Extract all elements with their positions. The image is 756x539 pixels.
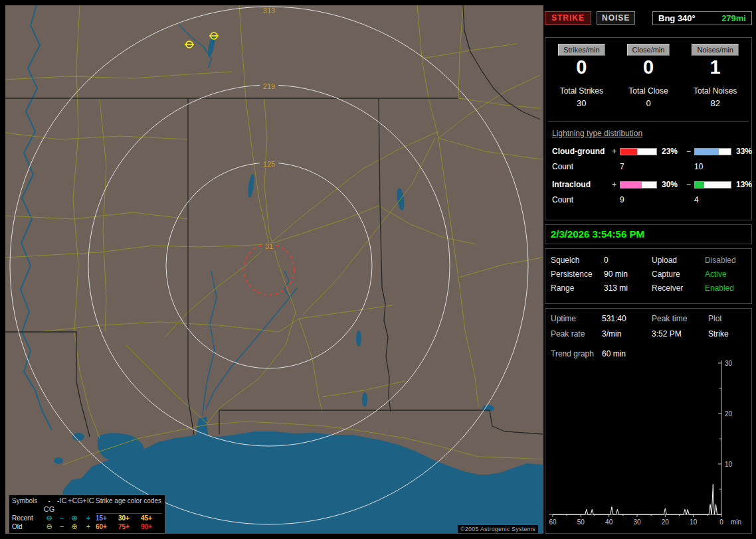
datetime-panel: 2/3/2026 3:54:56 PM [545,224,752,244]
legend-row-recent-label: Recent [12,514,43,522]
lake [356,331,361,346]
peak-time-label: Peak time [652,314,708,324]
svg-text:30: 30 [725,360,733,367]
trend-graph-row: Trend graph 60 min [551,349,746,358]
total-noises-label: Total Noises [682,86,749,96]
cg-minus-bar [694,148,731,155]
ring-label-text: 313 [263,7,275,15]
range-value: 313 mi [604,281,652,295]
cg-plus-percent: 23% [658,147,686,156]
ic-plus-percent: 30% [658,180,686,189]
intracloud-row: Intracloud + 30% − 13% [552,180,745,189]
statistics-panel: Strikes/min Close/min Noises/min 0 0 1 T… [545,37,752,220]
ic-plus-bar-fill [620,182,642,188]
settings-row: Squelch 0 Upload Disabled [551,254,746,268]
legend-col-neg-cg: -CG [43,497,56,514]
cg-minus-percent: 33% [733,147,752,156]
legend-row-old-label: Old [12,522,43,531]
lightning-distribution-section: Lightning type distribution Cloud-ground… [548,121,749,204]
upload-status: Disabled [705,254,746,268]
cloud-ground-row: Cloud-ground + 23% − 33% [552,147,745,156]
minus-sign: − [686,180,694,189]
trend-graph: 3020106050403020100min [547,358,749,530]
age-code-60: 60+ [96,522,118,531]
rate-col-noises: Noises/min [682,43,749,56]
neg-ic-recent-icon: − [56,514,68,522]
settings-row: Persistence 90 min Capture Active [551,268,746,281]
legend-col-neg-ic: -IC [56,497,68,514]
ring-label: 125 [260,160,278,168]
svg-text:30: 30 [633,518,641,526]
upload-label: Upload [652,254,705,268]
squelch-value: 0 [604,254,652,268]
peak-time-value: 3:52 PM [652,329,708,339]
minus-sign: − [686,147,694,156]
bearing-range: 279mi [721,13,746,23]
plus-sign: + [612,180,620,189]
receiver-label: Receiver [652,281,705,295]
svg-text:20: 20 [662,518,670,526]
range-label: Range [551,281,604,295]
close-per-min-label[interactable]: Close/min [627,44,670,56]
cg-minus-bar-fill [695,149,719,155]
map-area[interactable]: 313 219 125 31 Sy [5,5,543,534]
map-legend: Symbols -CG -IC +CG +IC Strike age color… [9,495,165,534]
strike-mode-button[interactable]: STRIKE [545,11,591,25]
count-label: Count [552,162,612,171]
cloud-ground-count-row: Count 7 10 [552,162,745,171]
copyright-text: ©2005 Astrogenic Systems [458,525,538,533]
intracloud-count-row: Count 9 4 [552,195,745,204]
svg-text:min: min [731,518,741,526]
ic-plus-count: 9 [620,195,658,204]
ring-label-text: 125 [263,160,275,168]
total-noises-value: 82 [682,98,749,108]
plot-label: Plot [708,314,746,324]
bearing-label: Bng 340° [658,13,696,23]
neg-cg-recent-icon: ⊖ [43,514,56,522]
status-trend-panel: Uptime 531:40 Peak time Plot Peak rate 3… [545,308,752,534]
legend-age-header: Strike age color codes [96,497,162,514]
lightning-distribution-header: Lightning type distribution [552,129,745,138]
pos-cg-recent-icon: ⊕ [68,514,81,522]
svg-text:10: 10 [725,461,733,468]
age-code-75: 75+ [118,522,141,531]
current-datetime: 2/3/2026 3:54:56 PM [551,228,644,240]
noises-per-min-value: 1 [682,58,749,77]
trend-window-value: 60 min [602,349,746,358]
persistence-value: 90 min [604,268,652,281]
total-strikes-label: Total Strikes [548,86,615,96]
cg-plus-count: 7 [620,162,658,171]
strikes-per-min-label[interactable]: Strikes/min [558,44,605,56]
noise-mode-button[interactable]: NOISE [597,11,635,25]
neg-ic-old-icon: − [56,522,68,531]
count-label: Count [552,195,612,204]
uptime-label: Uptime [551,314,602,324]
noises-per-min-label[interactable]: Noises/min [692,44,738,56]
ring-label: 219 [260,82,278,90]
receiver-status: Enabled [705,281,746,295]
pos-ic-old-icon: + [81,522,96,531]
ic-minus-percent: 13% [733,180,752,189]
legend-col-pos-ic: +IC [81,497,96,514]
squelch-label: Squelch [551,254,604,268]
intracloud-label: Intracloud [552,180,612,189]
ring-label-text: 219 [263,82,275,90]
settings-panel: Squelch 0 Upload Disabled Persistence 90… [545,248,752,304]
capture-status: Active [705,268,746,281]
status-grid: Uptime 531:40 Peak time Plot Peak rate 3… [551,314,746,339]
ring-label-text: 31 [265,242,273,250]
settings-row: Range 313 mi Receiver Enabled [551,281,746,295]
svg-text:60: 60 [549,518,557,526]
svg-text:20: 20 [725,410,733,418]
close-per-min-value: 0 [615,58,682,77]
strikes-per-min-value: 0 [548,58,615,77]
top-controls: STRIKE NOISE Bng 340° 279mi [545,9,752,27]
age-code-30: 30+ [118,514,141,522]
age-code-45: 45+ [141,514,162,522]
age-code-90: 90+ [141,522,162,531]
persistence-label: Persistence [551,268,604,281]
total-close-value: 0 [615,98,682,108]
weather-map[interactable]: 313 219 125 31 [5,5,543,534]
uptime-value: 531:40 [602,314,652,324]
cloud-ground-label: Cloud-ground [552,147,612,156]
